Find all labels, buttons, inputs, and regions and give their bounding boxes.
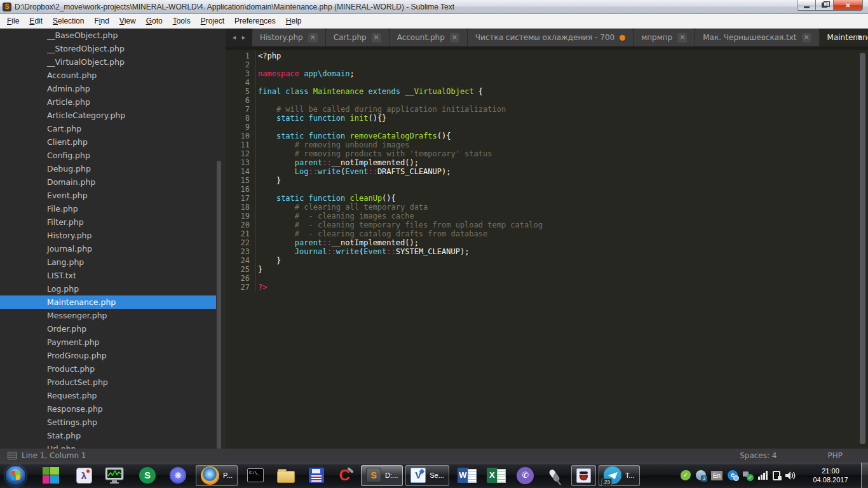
sidebar-item[interactable]: LIST.txt — [0, 269, 226, 282]
minimize-button[interactable] — [797, 0, 816, 11]
sidebar-item[interactable]: Lang.php — [0, 255, 226, 269]
tray-messenger-icon[interactable]: 3 — [696, 470, 706, 480]
menu-selection[interactable]: Selection — [48, 15, 89, 27]
taskbar-lambda-app[interactable]: λ — [72, 463, 95, 487]
tab[interactable]: Чистка системы охлаждения - 700 — [468, 29, 633, 46]
tab[interactable]: History.php× — [252, 29, 325, 46]
syntax-mode[interactable]: PHP — [828, 451, 843, 460]
sidebar-item[interactable]: Order.php — [0, 322, 226, 336]
tab-scroll-left-icon[interactable]: ◄ — [231, 34, 237, 41]
taskbar-blue-knot-app[interactable]: ❋ — [166, 463, 189, 487]
sidebar-item[interactable]: ProdGroup.php — [0, 349, 226, 362]
menu-file[interactable]: File — [2, 15, 24, 27]
tray-language-indicator[interactable]: En — [711, 471, 722, 480]
sidebar-file-tree[interactable]: __BaseObject.php__StoredObject.php__Virt… — [0, 29, 226, 449]
sidebar-item[interactable]: __StoredObject.php — [0, 42, 226, 55]
sidebar-item-selected[interactable]: Maintenance.php — [0, 295, 216, 309]
sidebar-item[interactable]: Journal.php — [0, 242, 226, 255]
taskbar-explorer-app[interactable] — [275, 463, 297, 487]
tab[interactable]: Мак. Чернышевская.txt× — [695, 29, 818, 46]
sidebar-item[interactable]: Product.php — [0, 362, 226, 376]
code-editor[interactable]: 1234567891011121314151617181920212223242… — [226, 50, 868, 449]
start-button[interactable] — [4, 463, 27, 487]
taskbar-ccleaner-app[interactable]: C — [333, 463, 356, 487]
menu-tools[interactable]: Tools — [168, 15, 196, 27]
maximize-button[interactable] — [816, 0, 834, 11]
close-button[interactable]: ✕ — [834, 0, 863, 11]
tray-power-plug-icon[interactable] — [773, 471, 780, 480]
tab-close-icon[interactable]: × — [372, 33, 381, 43]
sidebar-item[interactable]: Log.php — [0, 282, 226, 295]
sidebar-item[interactable]: Admin.php — [0, 82, 226, 95]
pane-layout-icon[interactable] — [8, 452, 17, 459]
sidebar-item[interactable]: Request.php — [0, 389, 226, 402]
line-number: 18 — [226, 203, 254, 212]
taskbar-viber-app[interactable]: ✆ — [514, 463, 537, 487]
sidebar-item[interactable]: Messenger.php — [0, 309, 226, 322]
sidebar-item[interactable]: Event.php — [0, 189, 226, 202]
tab-close-icon[interactable]: × — [450, 33, 459, 43]
tab-close-icon[interactable]: × — [677, 33, 687, 43]
taskbar-excel-app[interactable] — [485, 463, 508, 487]
sidebar-item[interactable]: Response.php — [0, 402, 226, 416]
sidebar-item[interactable]: __VirtualObject.php — [0, 55, 226, 69]
taskbar-system-monitor-app[interactable] — [103, 463, 126, 487]
menu-help[interactable]: Help — [281, 15, 307, 27]
sidebar-item[interactable]: Settings.php — [0, 416, 226, 429]
sidebar-item[interactable]: __BaseObject.php — [0, 29, 226, 42]
tab[interactable]: Cart.php× — [326, 29, 389, 46]
tray-green-check-icon[interactable]: ✓ — [681, 470, 691, 480]
sidebar-item[interactable]: File.php — [0, 202, 226, 215]
taskbar-color-tiles-app[interactable] — [39, 463, 62, 487]
sidebar-scrollbar[interactable] — [217, 161, 221, 449]
menu-project[interactable]: Project — [196, 15, 229, 27]
sidebar-item[interactable]: Client.php — [0, 135, 226, 149]
sidebar-item[interactable]: ArticleCategory.php — [0, 109, 226, 122]
menu-goto[interactable]: Goto — [141, 15, 168, 27]
sidebar-item[interactable]: Account.php — [0, 69, 226, 82]
tray-network-signal-icon[interactable] — [758, 471, 768, 480]
sidebar-item[interactable]: Filter.php — [0, 215, 226, 229]
sidebar-item[interactable]: Debug.php — [0, 162, 226, 175]
window-controls: ✕ — [797, 0, 863, 11]
tray-volume-icon[interactable] — [785, 471, 796, 480]
taskbar-firefox-window[interactable]: P... — [196, 465, 238, 486]
taskbar-sublime-window-active[interactable]: S D:... — [361, 465, 403, 486]
menu-view[interactable]: View — [114, 15, 141, 27]
taskbar-green-s-app[interactable]: S — [136, 463, 159, 487]
tab-modified-dot — [620, 35, 625, 41]
sidebar-item[interactable]: Stat.php — [0, 429, 226, 442]
taskbar-telegram-window[interactable]: .23 T... — [599, 465, 640, 486]
taskbar-cmd-app[interactable]: C:\_ — [244, 463, 267, 487]
sidebar-item[interactable]: History.php — [0, 229, 226, 242]
sidebar-item[interactable]: ProductSet.php — [0, 376, 226, 389]
editor-scrollbar[interactable] — [860, 53, 865, 444]
tab-close-icon[interactable]: × — [308, 33, 318, 43]
sidebar-item[interactable]: Article.php — [0, 95, 226, 109]
menu-find[interactable]: Find — [89, 15, 114, 27]
sidebar-item[interactable]: Domain.php — [0, 175, 226, 189]
menu-preferences[interactable]: Preferences — [229, 15, 281, 27]
tray-safely-remove-hardware-icon[interactable] — [743, 471, 753, 480]
taskbar-total-commander-app[interactable] — [305, 463, 328, 487]
tab-scroll-right-icon[interactable]: ► — [241, 34, 247, 41]
tab-overflow-icon[interactable]: ▼ — [856, 33, 863, 41]
sidebar-item[interactable]: Payment.php — [0, 336, 226, 349]
tray-skype-icon[interactable]: e — [728, 470, 738, 480]
sidebar-item[interactable]: Config.php — [0, 149, 226, 162]
show-desktop-button[interactable] — [861, 463, 868, 488]
taskbar-word-app[interactable] — [456, 463, 478, 487]
tab[interactable]: мпрмпр× — [634, 29, 695, 46]
menu-edit[interactable]: Edit — [24, 15, 48, 27]
tab[interactable]: Account.php× — [390, 29, 467, 46]
indentation-setting[interactable]: Spaces: 4 — [740, 451, 776, 460]
taskbar-clock[interactable]: 21:00 04.08.2017 — [803, 466, 858, 484]
taskbar-microphone-app[interactable] — [543, 463, 566, 487]
line-number: 2 — [226, 60, 254, 69]
taskbar-visio-window[interactable]: V Se... — [405, 465, 449, 486]
sidebar-item[interactable]: Cart.php — [0, 122, 226, 135]
sidebar-item[interactable]: Url.php — [0, 442, 226, 449]
tab-close-icon[interactable]: × — [802, 33, 811, 43]
line-number: 20 — [226, 220, 254, 229]
taskbar-pot-window[interactable] — [571, 465, 596, 486]
